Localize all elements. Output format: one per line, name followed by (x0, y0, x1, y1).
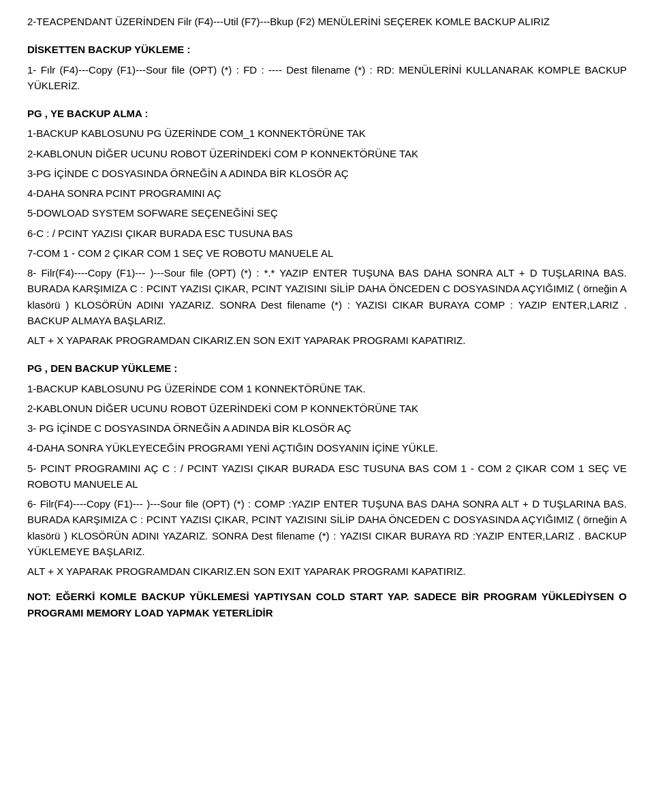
intro-paragraph: 2-TEACPENDANT ÜZERİNDEN Filr (F4)---Util… (27, 14, 627, 29)
pg-yuk-step1: 1-BACKUP KABLOSUNU PG ÜZERİNDE COM 1 KON… (27, 381, 627, 396)
section-final-note: NOT: EĞERKİ KOMLE BACKUP YÜKLEMESİ YAPTI… (27, 589, 627, 621)
pg-alma-step3: 3-PG İÇİNDE C DOSYASINDA ÖRNEĞİN A ADIND… (27, 166, 627, 181)
heading-pg-backup-alma: PG , YE BACKUP ALMA : (27, 106, 627, 121)
pg-yuk-step4: 4-DAHA SONRA YÜKLEYECEĞİN PROGRAMI YENİ … (27, 440, 627, 456)
section-disketten: DİSKETTEN BACKUP YÜKLEME : 1- Fılr (F4)-… (27, 42, 627, 93)
pg-alma-step6: 6-C : / PCINT YAZISI ÇIKAR BURADA ESC TU… (27, 225, 627, 241)
pg-yuk-step2: 2-KABLONUN DİĞER UCUNU ROBOT ÜZERİNDEKİ … (27, 401, 627, 416)
pg-yuk-step5: 5- PCINT PROGRAMINI AÇ C : / PCINT YAZIS… (27, 460, 627, 493)
pg-yuk-exit: ALT + X YAPARAK PROGRAMDAN CIKARIZ.EN SO… (27, 563, 627, 579)
disketten-p1: 1- Fılr (F4)---Copy (F1)---Sour file (OP… (27, 62, 627, 94)
pg-alma-step8: 8- Filr(F4)----Copy (F1)--- )---Sour fil… (27, 265, 627, 328)
section-pg-yukleme: PG , DEN BACKUP YÜKLEME : 1-BACKUP KABLO… (27, 360, 627, 579)
pg-alma-step4: 4-DAHA SONRA PCINT PROGRAMINI AÇ (27, 185, 627, 201)
pg-yuk-step3: 3- PG İÇİNDE C DOSYASINDA ÖRNEĞİN A ADIN… (27, 420, 627, 436)
pg-alma-exit: ALT + X YAPARAK PROGRAMDAN CIKARIZ.EN SO… (27, 332, 627, 348)
final-note-text: NOT: EĞERKİ KOMLE BACKUP YÜKLEMESİ YAPTI… (27, 589, 627, 621)
pg-alma-step1: 1-BACKUP KABLOSUNU PG ÜZERİNDE COM_1 KON… (27, 125, 627, 141)
pg-yuk-step6: 6- Filr(F4)----Copy (F1)--- )---Sour fil… (27, 496, 627, 559)
pg-alma-step7: 7-COM 1 - COM 2 ÇIKAR COM 1 SEÇ VE ROBOT… (27, 245, 627, 261)
pg-alma-step5: 5-DOWLOAD SYSTEM SOFWARE SEÇENEĞİNİ SEÇ (27, 205, 627, 221)
section-intro: 2-TEACPENDANT ÜZERİNDEN Filr (F4)---Util… (27, 14, 627, 29)
heading-pg-yukleme: PG , DEN BACKUP YÜKLEME : (27, 360, 627, 376)
section-pg-backup-alma: PG , YE BACKUP ALMA : 1-BACKUP KABLOSUNU… (27, 106, 627, 348)
heading-disketten: DİSKETTEN BACKUP YÜKLEME : (27, 42, 627, 57)
main-content: 2-TEACPENDANT ÜZERİNDEN Filr (F4)---Util… (27, 14, 627, 621)
pg-alma-step2: 2-KABLONUN DİĞER UCUNU ROBOT ÜZERİNDEKİ … (27, 146, 627, 161)
